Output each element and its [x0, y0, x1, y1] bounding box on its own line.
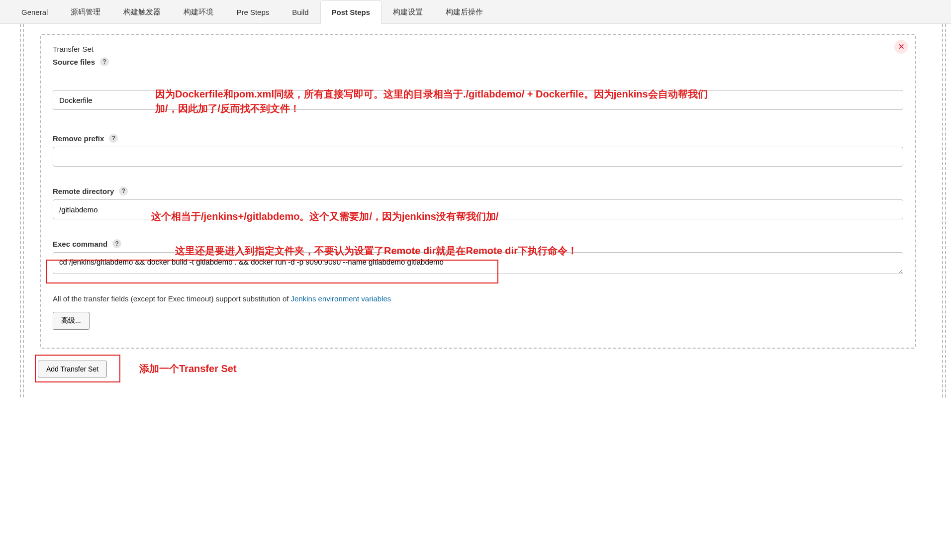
transfer-set-container: ✕ Transfer Set Source files ? Remove pre… — [40, 34, 916, 349]
advanced-button[interactable]: 高级... — [53, 312, 90, 330]
close-icon[interactable]: ✕ — [894, 40, 908, 54]
right-drag-rail — [942, 24, 946, 397]
tab-post-steps[interactable]: Post Steps — [320, 0, 382, 24]
help-icon[interactable]: ? — [109, 134, 118, 143]
tab-post-build[interactable]: 构建后操作 — [434, 0, 494, 24]
tab-build-settings[interactable]: 构建设置 — [381, 0, 434, 24]
remote-directory-label: Remote directory — [53, 187, 114, 195]
add-transfer-set-button[interactable]: Add Transfer Set — [38, 361, 107, 377]
substitution-note: All of the transfer fields (except for E… — [53, 294, 903, 303]
exec-command-input[interactable] — [53, 252, 903, 274]
config-tabs: General 源码管理 构建触发器 构建环境 Pre Steps Build … — [0, 0, 951, 24]
tab-build-env[interactable]: 构建环境 — [172, 0, 225, 24]
annotation-text: 添加一个Transfer Set — [139, 362, 237, 376]
help-icon[interactable]: ? — [100, 57, 109, 66]
source-files-input[interactable] — [53, 90, 903, 110]
tab-scm[interactable]: 源码管理 — [59, 0, 112, 24]
env-vars-link[interactable]: Jenkins environment variables — [291, 294, 391, 303]
left-drag-rail — [20, 24, 24, 397]
help-icon[interactable]: ? — [112, 239, 121, 248]
tab-pre-steps[interactable]: Pre Steps — [225, 0, 281, 24]
tab-build[interactable]: Build — [281, 0, 320, 24]
remote-directory-input[interactable] — [53, 199, 903, 219]
remove-prefix-label: Remove prefix — [53, 134, 104, 143]
source-files-label: Source files — [53, 58, 95, 66]
transfer-set-title: Transfer Set — [53, 45, 903, 53]
tab-triggers[interactable]: 构建触发器 — [112, 0, 172, 24]
exec-command-label: Exec command — [53, 240, 107, 248]
remove-prefix-input[interactable] — [53, 147, 903, 167]
help-icon[interactable]: ? — [119, 187, 128, 195]
tab-general[interactable]: General — [10, 0, 59, 24]
